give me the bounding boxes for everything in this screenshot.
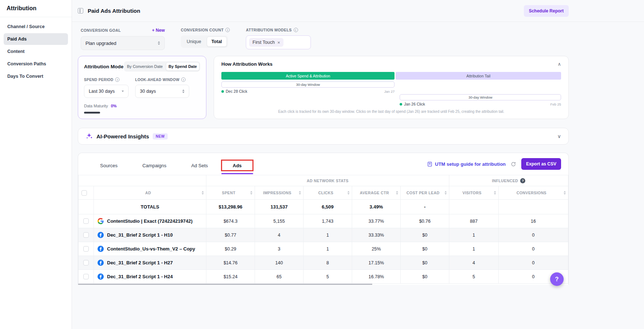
totals-average-ctr: 3.49% bbox=[352, 200, 401, 214]
spend-period-value: Last 30 days bbox=[89, 89, 115, 94]
tab-campaigns[interactable]: Campaigns bbox=[130, 159, 179, 174]
row-checkbox[interactable] bbox=[83, 218, 89, 224]
row-checkbox[interactable] bbox=[83, 246, 89, 252]
info-icon[interactable]: i bbox=[115, 77, 119, 82]
col-ad[interactable]: AD bbox=[94, 186, 206, 200]
conversion-count-block: CONVERSION COUNT i Unique Total bbox=[181, 28, 230, 48]
data-maturity: Data Maturity 0% bbox=[84, 104, 200, 108]
col-clicks[interactable]: CLICKS bbox=[304, 186, 352, 200]
conversion-goal-select[interactable]: Plan upgraded bbox=[81, 36, 165, 50]
conversion-count-toggle: Unique Total bbox=[181, 35, 228, 48]
table-row: ContentStudio_Us-vs-Them_V2 – Copy $0.29… bbox=[79, 242, 568, 256]
remove-model-icon[interactable]: × bbox=[277, 40, 280, 45]
table-cell: $0.76 bbox=[401, 214, 449, 228]
row-checkbox[interactable] bbox=[83, 260, 89, 265]
page-title: Paid Ads Attribution bbox=[88, 8, 140, 14]
col-spent[interactable]: SPENT bbox=[206, 186, 255, 200]
sort-icon[interactable] bbox=[299, 191, 301, 195]
look-ahead-select[interactable]: 30 days bbox=[135, 85, 189, 98]
ad-name: Dec_31_Brief 2 Script 1 - H24 bbox=[107, 274, 173, 279]
sidebar-nav: Channel / Source Paid Ads Content Conver… bbox=[0, 17, 72, 86]
mode-option-conversion-date[interactable]: By Conversion Date bbox=[125, 62, 165, 71]
tab-ads-label: Ads bbox=[233, 163, 242, 168]
tab-ad-sets[interactable]: Ad Sets bbox=[179, 159, 220, 174]
sort-icon[interactable] bbox=[564, 191, 566, 195]
topbar: Paid Ads Attribution Schedule Report bbox=[72, 0, 644, 22]
active-spend-bar: Active Spend & Attribution bbox=[221, 72, 395, 80]
how-attribution-works-card: How Attribution Works ∧ Active Spend & A… bbox=[214, 56, 569, 119]
look-ahead-value: 30 days bbox=[140, 89, 156, 94]
col-average-ctr[interactable]: AVERAGE CTR bbox=[352, 186, 401, 200]
table-cell: 1 bbox=[304, 242, 352, 256]
table-cell: 8 bbox=[304, 256, 352, 270]
conversion-count-label: CONVERSION COUNT bbox=[181, 28, 224, 32]
table-cell: $0 bbox=[401, 228, 449, 242]
attribution-models-input[interactable]: First Touch × bbox=[246, 35, 311, 49]
schedule-report-button[interactable]: Schedule Report bbox=[524, 5, 569, 17]
sort-icon[interactable] bbox=[202, 191, 204, 195]
sidebar-item-days-to-convert[interactable]: Days To Convert bbox=[4, 70, 68, 82]
sidebar-item-content[interactable]: Content bbox=[4, 46, 68, 57]
facebook-icon bbox=[98, 260, 104, 266]
col-cost-per-lead[interactable]: COST PER LEAD bbox=[401, 186, 449, 200]
utm-setup-guide-link[interactable]: UTM setup guide for attribution bbox=[427, 161, 506, 167]
help-icon[interactable]: ? bbox=[520, 178, 525, 183]
table-cell: $14.76 bbox=[206, 256, 255, 270]
export-csv-button[interactable]: Export as CSV bbox=[521, 158, 561, 170]
mode-option-spend-date[interactable]: By Spend Date bbox=[166, 62, 199, 71]
tab-sources[interactable]: Sources bbox=[88, 159, 130, 174]
help-fab-button[interactable]: ? bbox=[550, 272, 564, 286]
expand-chevron-icon[interactable]: ∨ bbox=[557, 134, 561, 139]
spend-period-select[interactable]: Last 30 days bbox=[84, 85, 129, 98]
table-cell: 140 bbox=[255, 256, 304, 270]
sidebar-item-conversion-paths[interactable]: Conversion Paths bbox=[4, 58, 68, 70]
refresh-icon[interactable] bbox=[511, 161, 516, 167]
group-influenced-label: INFLUENCED bbox=[492, 179, 518, 183]
date-right-label: Feb 25 bbox=[550, 102, 561, 106]
controls-row: CONVERSION GOAL + New Plan upgraded CONV… bbox=[78, 28, 569, 50]
chevron-updown-icon bbox=[158, 41, 160, 45]
table-cell: $0.77 bbox=[206, 228, 255, 242]
ai-insights-card[interactable]: AI-Powered Insights NEW ∨ bbox=[78, 128, 569, 145]
horizontal-scrollbar[interactable] bbox=[78, 284, 372, 285]
info-icon[interactable]: i bbox=[225, 28, 230, 32]
look-ahead-field: LOOK-AHEAD WINDOW i 30 days bbox=[135, 77, 189, 98]
info-icon[interactable]: i bbox=[181, 77, 186, 82]
tabs: Sources Campaigns Ad Sets Ads bbox=[88, 159, 254, 174]
green-dot-icon bbox=[400, 103, 402, 106]
select-all-checkbox[interactable] bbox=[81, 190, 87, 196]
click-right-label: Jan 26 Click bbox=[404, 102, 425, 106]
col-conversions[interactable]: CONVERSIONS bbox=[499, 186, 568, 200]
tab-ads[interactable]: Ads bbox=[220, 159, 254, 174]
row-checkbox[interactable] bbox=[83, 232, 89, 238]
spend-period-field: SPEND PERIOD i Last 30 days bbox=[84, 77, 129, 98]
sort-icon[interactable] bbox=[445, 191, 447, 195]
book-icon bbox=[427, 161, 432, 167]
sort-icon[interactable] bbox=[494, 191, 496, 195]
sidebar-item-paid-ads[interactable]: Paid Ads bbox=[4, 33, 68, 45]
table-cell: 33.33% bbox=[352, 228, 401, 242]
sort-icon[interactable] bbox=[250, 191, 252, 195]
table-cell: 25% bbox=[352, 242, 401, 256]
sort-icon[interactable] bbox=[396, 191, 398, 195]
ad-name: ContentStudio_Us-vs-Them_V2 – Copy bbox=[107, 246, 195, 252]
new-goal-button[interactable]: + New bbox=[152, 28, 165, 33]
app: Attribution Channel / Source Paid Ads Co… bbox=[0, 0, 644, 329]
table-cell: $15.24 bbox=[206, 270, 255, 284]
chevron-down-icon bbox=[122, 91, 124, 92]
col-impressions[interactable]: IMPRESSIONS bbox=[255, 186, 304, 200]
table-cell: 0 bbox=[499, 228, 568, 242]
sort-icon[interactable] bbox=[347, 191, 350, 195]
info-icon[interactable]: i bbox=[294, 28, 298, 32]
ai-insights-title: AI-Powered Insights bbox=[96, 133, 149, 139]
group-ad-network-stats: AD NETWORK STATS bbox=[206, 175, 449, 186]
count-option-unique[interactable]: Unique bbox=[182, 37, 206, 47]
sidebar-collapse-icon[interactable] bbox=[78, 8, 83, 14]
col-visitors[interactable]: VISITORS bbox=[449, 186, 499, 200]
collapse-chevron-icon[interactable]: ∧ bbox=[557, 62, 561, 66]
totals-visitors bbox=[449, 200, 499, 214]
row-checkbox[interactable] bbox=[83, 274, 89, 279]
spend-period-label: SPEND PERIOD bbox=[84, 78, 113, 82]
sidebar-item-channel-source[interactable]: Channel / Source bbox=[4, 21, 68, 32]
count-option-total[interactable]: Total bbox=[207, 37, 227, 47]
